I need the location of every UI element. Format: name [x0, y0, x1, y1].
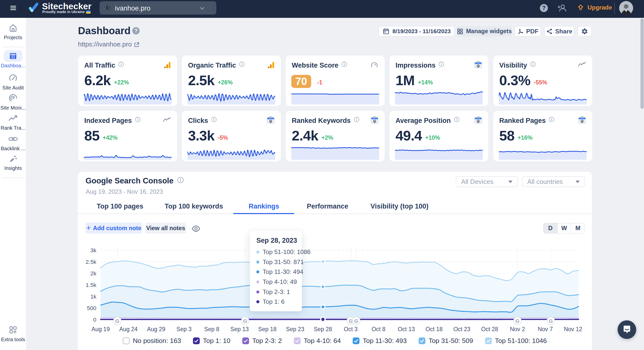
pdf-export-button[interactable]: PDF	[515, 26, 541, 36]
card-ranked-keywords: Ranked Keywords 2.4k +2%	[286, 111, 385, 161]
google-update-marker[interactable]: G	[547, 317, 555, 325]
legend-toggle-top-31-50[interactable]: Top 31-50: 509	[419, 337, 473, 345]
tab-visibility-top-100[interactable]: Visibility (top 100)	[371, 203, 429, 210]
x-axis-label: Sep 3	[176, 326, 191, 333]
x-axis-label: Sep 18	[258, 326, 276, 333]
chat-widget-button[interactable]	[618, 320, 636, 339]
card-value: 58	[499, 127, 514, 144]
share-button[interactable]: Share	[544, 26, 574, 36]
sidebar-nav: ProjectsDashboa...Site AuditSite Moni...…	[0, 18, 26, 350]
granularity-d[interactable]: D	[544, 223, 557, 233]
upgrade-arrow-icon	[577, 4, 584, 11]
sidebar-item-insights[interactable]: Insights	[0, 153, 26, 171]
card-ranked-pages: Ranked Pages 58 +16%	[493, 111, 592, 161]
date-range-picker[interactable]: 8/19/2023 - 11/16/2023	[379, 26, 455, 36]
svg-text:G: G	[115, 318, 119, 324]
tab-rankings[interactable]: Rankings	[249, 203, 279, 210]
info-icon[interactable]	[530, 61, 536, 69]
sidebar-item-backlink[interactable]: Backlink ...	[0, 133, 26, 152]
devices-filter-dropdown[interactable]: All Devices	[456, 176, 518, 187]
tab-top-100-pages[interactable]: Top 100 pages	[97, 203, 143, 210]
chevron-down-icon	[200, 6, 204, 11]
sidebar-item-label: Site Audit	[0, 85, 26, 91]
info-icon[interactable]	[135, 116, 141, 124]
hamburger-menu-icon[interactable]	[10, 6, 16, 10]
card-sparkline	[291, 145, 379, 160]
checkbox-checked-icon	[193, 337, 200, 344]
legend-toggle-top-11-30[interactable]: Top 11-30: 493	[353, 337, 407, 345]
settings-gear-button[interactable]	[578, 26, 592, 36]
add-custom-note-button[interactable]: +Add custom note	[86, 223, 142, 234]
tabs-divider	[78, 214, 592, 214]
manage-widgets-button[interactable]: Manage widgets	[457, 26, 512, 36]
invite-user-icon[interactable]	[557, 4, 567, 13]
search-console-icon	[578, 116, 586, 125]
eye-icon[interactable]	[192, 225, 200, 233]
brand-tagline: Proudly made in Ukraine	[42, 10, 91, 14]
granularity-m[interactable]: M	[571, 223, 585, 233]
app-root: Sitechecker Proudly made in Ukraine i: i…	[0, 0, 644, 350]
info-icon[interactable]	[354, 116, 359, 124]
sidebar-item-site-moni[interactable]: Site Moni...	[0, 92, 26, 111]
sidebar-item-extra-tools[interactable]: Extra tools	[0, 324, 26, 342]
info-icon[interactable]	[239, 61, 245, 69]
trend-icon	[163, 116, 171, 124]
card-clicks: Clicks 3.3k -5%	[182, 111, 281, 161]
info-icon[interactable]	[438, 61, 444, 69]
google-update-marker[interactable]: G	[513, 317, 521, 325]
granularity-w[interactable]: W	[557, 223, 571, 233]
gsc-title: Google Search Console	[86, 176, 184, 185]
granularity-toggle: DWM	[543, 223, 585, 233]
sidebar-item-projects[interactable]: Projects	[0, 22, 26, 40]
countries-filter-dropdown[interactable]: All countries	[522, 176, 585, 187]
google-analytics-icon	[164, 61, 171, 70]
x-axis-label: Oct 3	[344, 326, 358, 333]
checkbox-checked-icon	[353, 337, 359, 344]
legend-toggle-no-position[interactable]: No position: 163	[123, 337, 181, 345]
legend-toggle-top-51-100[interactable]: Top 51-100: 1046	[485, 337, 547, 345]
view-all-notes-button[interactable]: View all notes	[145, 223, 186, 234]
user-avatar[interactable]	[619, 1, 633, 15]
google-update-marker[interactable]: G	[113, 317, 121, 325]
card-website-score: Website Score 70 -1	[286, 56, 385, 106]
sidebar-item-rank-tra[interactable]: Rank Tra...	[0, 113, 26, 131]
legend-toggle-top-1[interactable]: Top 1: 10	[193, 337, 230, 345]
checkbox-checked-icon	[294, 337, 301, 344]
card-title: Average Position	[395, 116, 460, 125]
info-icon[interactable]	[454, 116, 460, 124]
google-update-marker[interactable]: G	[241, 317, 249, 325]
dashboard-icon	[4, 50, 22, 62]
x-axis-label: Aug 24	[119, 326, 138, 333]
gear-icon	[581, 28, 588, 35]
sidebar-item-label: Site Moni...	[0, 105, 26, 111]
card-sparkline	[499, 145, 587, 160]
upgrade-button[interactable]: Upgrade	[577, 4, 612, 11]
help-icon[interactable]: ?	[540, 4, 548, 12]
series-dot-icon	[256, 280, 259, 283]
site-url-link[interactable]: https://ivanhoe.pro	[78, 40, 139, 48]
info-icon[interactable]	[118, 61, 124, 69]
tab-top-100-keywords[interactable]: Top 100 keywords	[165, 203, 223, 210]
rank-tracker-icon	[4, 113, 22, 124]
legend-label: Top 51-100: 1046	[495, 337, 547, 345]
legend-toggle-top-2-3[interactable]: Top 2-3: 2	[242, 337, 282, 345]
sidebar-item-site-audit[interactable]: Site Audit	[0, 72, 26, 91]
google-update-marker[interactable]: G	[352, 317, 360, 325]
sitechecker-logo-icon[interactable]	[28, 2, 39, 14]
project-selector-dropdown[interactable]: i: ivanhoe.pro	[100, 1, 216, 15]
chevron-down-icon	[576, 181, 580, 183]
sidebar-item-dashboa[interactable]: Dashboa...	[0, 50, 26, 69]
insights-icon	[4, 153, 22, 164]
info-icon[interactable]	[549, 116, 554, 124]
topbar-divider	[614, 3, 615, 14]
svg-text:1k: 1k	[90, 293, 97, 300]
info-icon[interactable]	[341, 61, 347, 69]
trend-icon	[578, 61, 586, 69]
legend-toggle-top-4-10[interactable]: Top 4-10: 64	[294, 337, 341, 345]
home-icon	[4, 22, 22, 34]
page-title-help-icon[interactable]: ?	[132, 27, 140, 34]
tab-performance[interactable]: Performance	[307, 203, 348, 210]
scrollbar-thumb[interactable]	[640, 18, 644, 109]
card-value: 1M	[395, 72, 415, 88]
info-icon[interactable]	[211, 116, 217, 124]
